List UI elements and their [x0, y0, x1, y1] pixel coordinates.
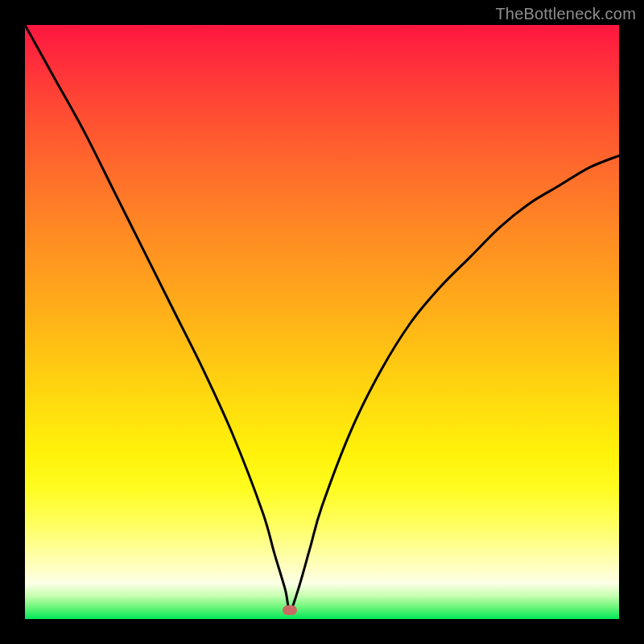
chart-frame: TheBottleneck.com: [0, 0, 644, 644]
plot-area: [25, 25, 619, 619]
watermark-text: TheBottleneck.com: [495, 5, 636, 23]
optimum-marker: [283, 605, 297, 615]
bottleneck-curve: [25, 25, 619, 619]
